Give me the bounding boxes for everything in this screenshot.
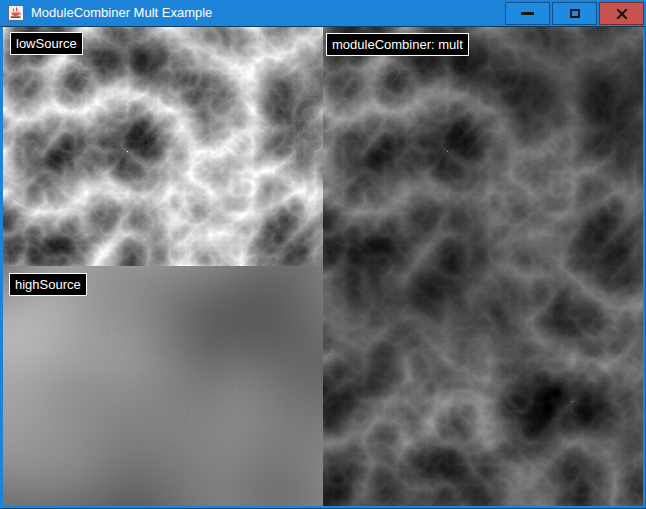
panel-module-combiner: moduleCombiner: mult — [323, 27, 643, 506]
minimize-icon — [521, 12, 534, 15]
canvas-area: lowSource highSource moduleCombiner: mul… — [3, 27, 643, 506]
maximize-button[interactable] — [552, 2, 597, 25]
java-coffee-cup-icon — [8, 5, 24, 21]
close-button[interactable] — [599, 2, 644, 25]
app-window: ModuleCombiner Mult Example lowSou — [0, 0, 646, 509]
window-title: ModuleCombiner Mult Example — [31, 0, 212, 26]
low-source-noise-image — [3, 27, 323, 266]
titlebar[interactable]: ModuleCombiner Mult Example — [0, 0, 646, 27]
high-source-label: highSource — [9, 273, 87, 296]
low-source-label: lowSource — [10, 32, 83, 55]
module-combiner-noise-image — [323, 27, 643, 506]
module-combiner-label: moduleCombiner: mult — [326, 33, 469, 56]
window-controls — [505, 2, 644, 25]
close-icon — [616, 8, 628, 20]
panel-low-source: lowSource — [3, 27, 323, 266]
minimize-button[interactable] — [505, 2, 550, 25]
high-source-noise-image — [3, 266, 323, 506]
maximize-icon — [570, 9, 580, 18]
panel-high-source: highSource — [3, 266, 323, 506]
